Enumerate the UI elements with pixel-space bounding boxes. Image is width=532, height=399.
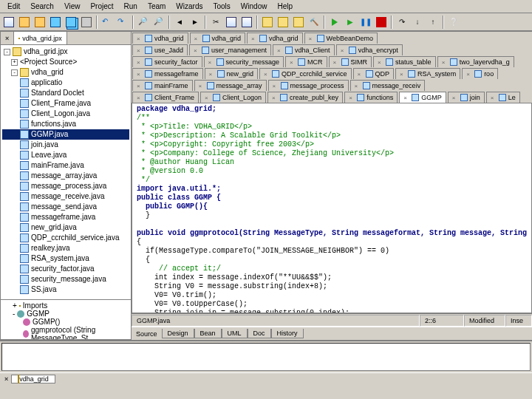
stop-button[interactable] <box>374 15 389 30</box>
tree-item[interactable]: message_send.java <box>2 202 129 212</box>
menu-help[interactable]: Help <box>273 1 297 11</box>
tab-usejadd[interactable]: ×use_Jadd <box>132 44 188 55</box>
close-icon[interactable]: × <box>137 35 143 41</box>
saveall-button[interactable] <box>64 15 78 30</box>
tab-le[interactable]: ×Le <box>486 92 520 103</box>
tab-securitymsg[interactable]: ×security_message <box>204 56 284 67</box>
tab-qdp[interactable]: ×QDP <box>353 68 395 79</box>
close-icon[interactable]: × <box>194 47 200 53</box>
tab-msgarray[interactable]: ×message_array <box>194 80 267 91</box>
tree-item[interactable]: +<Project Source> <box>2 57 129 67</box>
tab-qdpccr[interactable]: ×QDP_ccrchild_service <box>259 68 352 79</box>
close-icon[interactable]: × <box>264 71 270 77</box>
msg-tab-vdha[interactable]: vdha_grid <box>11 375 55 383</box>
tab-twolayer[interactable]: ×two_layervdha_g <box>437 56 514 67</box>
menu-wizards[interactable]: Wizards <box>171 1 207 11</box>
outline-imports[interactable]: +Imports <box>2 301 129 310</box>
tree-item[interactable]: applicatio <box>2 78 129 88</box>
debug-button[interactable]: ▶ <box>343 15 358 30</box>
cut-button[interactable]: ✂ <box>208 15 223 30</box>
tree-item[interactable]: message_receive.java <box>2 191 129 202</box>
close-icon[interactable]: × <box>491 95 497 100</box>
close-icon[interactable]: × <box>137 83 143 89</box>
copy-button[interactable] <box>224 15 239 30</box>
outline-class[interactable]: -GGMP <box>2 310 129 318</box>
close-icon[interactable]: × <box>290 59 296 65</box>
tab-msgreceiv[interactable]: ×message_receiv <box>350 80 426 91</box>
viewtab-history[interactable]: History <box>271 329 304 338</box>
find-button[interactable]: 🔎 <box>136 15 151 30</box>
help-button[interactable]: ❔ <box>446 15 461 30</box>
menu-tools[interactable]: Tools <box>208 1 234 11</box>
close-icon[interactable]: × <box>199 83 205 89</box>
tree-item[interactable]: Leave.java <box>2 150 129 160</box>
stepover-button[interactable]: ↷ <box>395 15 409 30</box>
tab-vdhaclient[interactable]: ×vdha_Client <box>273 44 335 55</box>
outline-method[interactable]: ggmprotocol (String MessageType, St <box>2 326 129 339</box>
close-icon[interactable]: × <box>452 95 458 100</box>
viewtab-doc[interactable]: Doc <box>248 329 271 338</box>
rebuild-button[interactable] <box>291 15 306 30</box>
reopen-button[interactable] <box>33 15 47 30</box>
save-button[interactable] <box>48 15 63 30</box>
tab-statustable[interactable]: ×status_table <box>373 56 436 67</box>
close-icon[interactable]: × <box>349 95 355 100</box>
tree-item[interactable]: SS.java <box>2 284 129 295</box>
run-button[interactable] <box>327 15 342 30</box>
tab-security[interactable]: ×security_factor <box>132 56 202 67</box>
tab-usermgmt[interactable]: ×user_management <box>189 44 271 55</box>
tab-functions[interactable]: ×functions <box>344 92 398 103</box>
redo-button[interactable]: ↷ <box>115 15 130 30</box>
close-icon[interactable]: × <box>277 47 283 53</box>
tab-vdha-grid2[interactable]: ×vdha_grid <box>190 33 246 44</box>
tab-vdha-grid[interactable]: ×vdha_grid <box>132 33 188 44</box>
tree-item[interactable]: Standard Doclet <box>2 88 129 98</box>
close-icon[interactable]: × <box>209 71 215 77</box>
tab-messageframe[interactable]: ×messageframe <box>132 68 203 79</box>
close-icon[interactable]: × <box>137 47 143 53</box>
close-icon[interactable]: × <box>205 95 211 100</box>
tree-item[interactable]: mainFrame.java <box>2 160 129 171</box>
tree-item[interactable]: security_message.java <box>2 274 129 284</box>
print-button[interactable] <box>79 15 94 30</box>
messages-panel[interactable] <box>1 343 531 371</box>
tree-item[interactable]: functions.java <box>2 119 129 129</box>
tab-mainframe[interactable]: ×mainFrame <box>132 80 193 91</box>
findagain-button[interactable]: 🔎 <box>151 15 166 30</box>
menu-run[interactable]: Run <box>120 1 142 11</box>
close-icon[interactable]: × <box>4 375 8 383</box>
code-editor[interactable]: package vdha_grid; /** * <p>Title: VDHA_… <box>132 103 532 313</box>
close-icon[interactable]: × <box>208 59 214 65</box>
tree-item[interactable]: join.java <box>2 140 129 150</box>
outline-ctor[interactable]: GGMP() <box>2 318 129 326</box>
tab-newgrid[interactable]: ×new_grid <box>205 68 259 79</box>
stepout-button[interactable]: ↑ <box>426 15 440 30</box>
close-icon[interactable]: × <box>333 59 339 65</box>
tree-item[interactable]: RSA_system.java <box>2 253 129 264</box>
tree-item[interactable]: message_array.java <box>2 171 129 181</box>
back-button[interactable]: ◄ <box>172 15 187 30</box>
project-tree[interactable]: -vdha_grid.jpx +<Project Source> -vdha_g… <box>1 45 131 299</box>
menu-view[interactable]: View <box>60 1 85 11</box>
viewtab-bean[interactable]: Bean <box>194 329 222 338</box>
close-icon[interactable]: × <box>400 71 406 77</box>
menu-window[interactable]: Window <box>236 1 272 11</box>
new-button[interactable] <box>1 15 16 30</box>
menu-search[interactable]: Search <box>26 1 58 11</box>
close-icon[interactable]: × <box>466 71 472 77</box>
viewtab-design[interactable]: Design <box>162 329 194 338</box>
make-button[interactable] <box>276 15 290 30</box>
close-icon[interactable]: × <box>251 35 257 41</box>
tab-clientlogon[interactable]: ×Client_Logon <box>200 92 266 103</box>
structure-panel[interactable]: +Imports -GGMP GGMP() ggmprotocol (Strin… <box>1 299 131 339</box>
close-icon[interactable]: × <box>137 59 143 65</box>
close-icon[interactable]: × <box>309 35 315 41</box>
tree-item[interactable]: Client_Frame.java <box>2 98 129 109</box>
viewtab-uml[interactable]: UML <box>222 329 248 338</box>
open-button[interactable] <box>17 15 32 30</box>
tree-item[interactable]: security_factor.java <box>2 264 129 274</box>
close-icon[interactable]: × <box>378 59 383 65</box>
tab-join[interactable]: ×join <box>448 92 485 103</box>
tab-roo[interactable]: ×roo <box>462 68 498 79</box>
sidebar-tab-project[interactable]: vdha_grid.jpx <box>14 32 67 44</box>
